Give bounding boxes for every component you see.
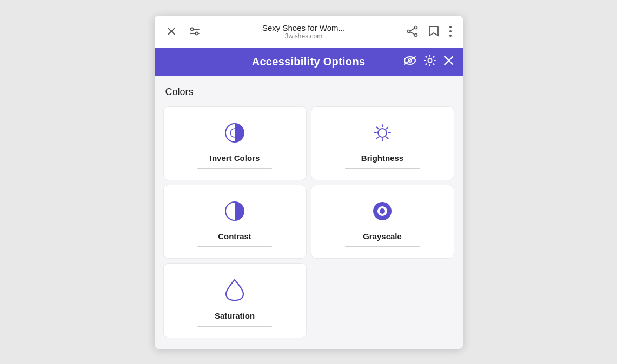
brightness-underline: [345, 168, 420, 169]
invert-colors-underline: [197, 168, 273, 169]
grayscale-underline: [345, 246, 420, 247]
filter-button[interactable]: [186, 23, 203, 40]
svg-line-12: [410, 32, 414, 35]
brightness-icon: [371, 122, 393, 147]
accessibility-title: Accessibility Options: [252, 56, 366, 68]
title-area: Sexy Shoes for Wom... 3wishes.com: [210, 23, 398, 40]
page-content: Colors Invert Colors: [155, 76, 463, 349]
svg-line-32: [376, 137, 378, 138]
svg-point-9: [407, 30, 410, 33]
svg-line-31: [387, 127, 388, 129]
svg-point-5: [195, 32, 198, 35]
saturation-underline: [197, 326, 273, 327]
empty-card: [311, 263, 454, 338]
grayscale-card[interactable]: Grayscale: [311, 185, 454, 259]
colors-section-label: Colors: [163, 86, 454, 98]
svg-point-36: [380, 208, 385, 214]
saturation-card[interactable]: Saturation: [163, 263, 307, 338]
share-button[interactable]: [404, 23, 421, 39]
svg-line-29: [376, 127, 378, 129]
browser-right-icons: [404, 23, 454, 39]
saturation-label: Saturation: [215, 311, 255, 320]
accessibility-header: Accessibility Options: [155, 48, 463, 76]
saturation-icon: [225, 279, 244, 305]
contrast-icon: [224, 200, 246, 225]
settings-icon[interactable]: [424, 55, 436, 69]
contrast-underline: [197, 246, 273, 247]
svg-point-13: [449, 26, 452, 28]
invert-colors-icon: [224, 122, 246, 147]
brightness-card[interactable]: Brightness: [311, 106, 454, 180]
grayscale-icon: [371, 200, 393, 225]
options-grid: Invert Colors: [163, 106, 454, 338]
invert-colors-card[interactable]: Invert Colors: [163, 106, 307, 180]
accessibility-header-icons: [403, 55, 454, 69]
contrast-card[interactable]: Contrast: [163, 185, 307, 259]
svg-point-14: [449, 30, 452, 32]
grayscale-label: Grayscale: [363, 232, 402, 241]
svg-point-2: [190, 28, 193, 31]
browser-bar: Sexy Shoes for Wom... 3wishes.com: [155, 16, 463, 48]
hide-icon[interactable]: [403, 56, 416, 68]
svg-point-24: [378, 129, 387, 137]
contrast-label: Contrast: [218, 232, 251, 241]
svg-point-15: [449, 35, 452, 37]
page-url: 3wishes.com: [285, 32, 322, 40]
svg-line-11: [410, 28, 414, 31]
svg-line-30: [387, 137, 388, 138]
svg-point-19: [428, 58, 432, 62]
bookmark-button[interactable]: [426, 23, 441, 39]
close-button[interactable]: [163, 23, 180, 39]
more-button[interactable]: [447, 23, 454, 39]
brightness-label: Brightness: [361, 153, 403, 163]
invert-colors-label: Invert Colors: [210, 153, 260, 163]
browser-frame: Sexy Shoes for Wom... 3wishes.com: [155, 16, 463, 349]
page-title: Sexy Shoes for Wom...: [262, 23, 345, 32]
close-panel-icon[interactable]: [443, 55, 454, 69]
